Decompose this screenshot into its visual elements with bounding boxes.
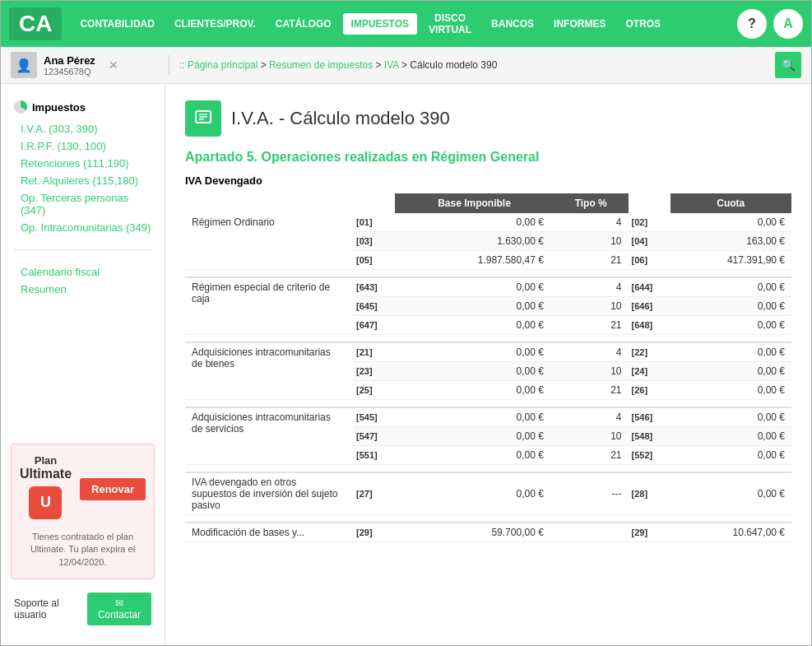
sidebar-iva[interactable]: I.V.A. (303, 390) [14, 120, 151, 137]
cuota-code: [546] [629, 407, 670, 427]
user-text: Ana Pérez 12345678Q [44, 54, 95, 77]
field-code: [29] [353, 523, 395, 542]
plan-description: Tienes contratado el plan Ultimate. Tu p… [21, 531, 144, 569]
page-icon [185, 100, 221, 137]
plan-box: Plan Ultimate U Renovar Tienes contratad… [11, 444, 155, 579]
base-amount: 1.630,00 € [395, 232, 554, 251]
sidebar-section-title: Impuestos [32, 101, 86, 114]
sidebar-irpf[interactable]: I.R.P.F. (130, 100) [14, 137, 151, 155]
nav-disco-virtual[interactable]: DISCO VIRTUAL [420, 7, 480, 41]
base-amount: 0,00 € [395, 316, 554, 335]
cuota-amount: 0,00 € [670, 427, 791, 446]
cuota-amount: 0,00 € [670, 342, 791, 362]
cuota-code: [552] [629, 446, 670, 465]
iva-table: Base Imponible Tipo % Cuota Régimen Ordi… [185, 193, 791, 542]
cuota-code: [24] [629, 362, 670, 381]
support-label: Soporte al usuario [14, 597, 81, 620]
header-tipo: Tipo % [554, 193, 629, 213]
field-code: [23] [353, 362, 395, 381]
cuota-code: [26] [629, 381, 670, 400]
user-name: Ana Pérez [44, 54, 95, 67]
tipo-value: 21 [554, 316, 629, 335]
cuota-code: [548] [629, 427, 670, 446]
user-id: 12345678Q [44, 67, 95, 77]
help-button[interactable]: ? [737, 9, 767, 39]
breadcrumb: :: Página principal > Resumen de impuest… [179, 59, 768, 71]
cuota-amount: 10.647,00 € [670, 523, 791, 542]
cuota-code: [28] [629, 472, 670, 515]
base-amount: 0,00 € [395, 297, 554, 316]
field-code: [01] [353, 213, 395, 232]
row-label: Adquisiciones intracomunitarias de biene… [185, 342, 353, 400]
nav-catalogo[interactable]: CATÁLOGO [267, 13, 340, 35]
cuota-code: [648] [629, 316, 670, 335]
contact-button[interactable]: ✉ Contactar [87, 593, 151, 625]
content-area: I.V.A. - Cálculo modelo 390 Apartado 5. … [165, 84, 811, 645]
field-code: [05] [353, 251, 395, 270]
field-code: [03] [353, 232, 395, 251]
nav-contabilidad[interactable]: CONTABILIDAD [72, 13, 162, 35]
breadcrumb-iva[interactable]: IVA [384, 59, 399, 71]
nav-clientes[interactable]: CLIENTES/PROV. [166, 13, 264, 35]
cuota-amount: 0,00 € [670, 446, 791, 465]
plan-logo: U [29, 486, 62, 519]
field-code: [551] [353, 446, 395, 465]
sidebar-resumen[interactable]: Resumen [14, 281, 151, 298]
sidebar-icon [14, 100, 27, 114]
field-code: [25] [353, 381, 395, 400]
subsection-title: IVA Devengado [185, 174, 791, 187]
cuota-amount: 0,00 € [670, 381, 791, 400]
plan-title: Plan [20, 454, 72, 467]
tipo-value: 10 [554, 297, 629, 316]
nav-bancos[interactable]: BANCOS [483, 13, 542, 35]
cuota-code: [02] [629, 213, 670, 232]
tipo-value: 4 [554, 213, 629, 232]
base-amount: 0,00 € [395, 342, 554, 362]
app-logo: CA [9, 7, 62, 40]
iva-icon [193, 109, 213, 128]
sidebar-calendario[interactable]: Calendario fiscal [14, 263, 151, 281]
field-code: [545] [353, 407, 395, 427]
tipo-value: 21 [554, 251, 629, 270]
sidebar-op-terceras[interactable]: Op. Terceras personas (347) [14, 189, 151, 219]
cuota-code: [06] [629, 251, 670, 270]
user-tools-icon[interactable]: ✕ [109, 58, 118, 72]
field-code: [647] [353, 316, 395, 335]
breadcrumb-home[interactable]: :: Página principal [179, 59, 258, 71]
renew-button[interactable]: Renovar [80, 478, 146, 500]
cuota-amount: 163,00 € [670, 232, 791, 251]
user-avatar: 👤 [11, 52, 37, 78]
tipo-value: --- [554, 472, 629, 515]
cuota-amount: 0,00 € [670, 472, 791, 515]
base-amount: 0,00 € [395, 381, 554, 400]
base-amount: 1.987.580,47 € [395, 251, 554, 270]
field-code: [21] [353, 342, 395, 362]
field-code: [643] [353, 277, 395, 297]
main-layout: Impuestos I.V.A. (303, 390) I.R.P.F. (13… [1, 84, 811, 645]
cuota-amount: 0,00 € [670, 407, 791, 427]
nav-impuestos[interactable]: IMPUESTOS [343, 13, 417, 35]
tipo-value: 4 [554, 277, 629, 297]
plan-row: Plan Ultimate U Renovar [21, 454, 144, 524]
cuota-amount: 0,00 € [670, 362, 791, 381]
breadcrumb-resumen[interactable]: Resumen de impuestos [269, 59, 373, 71]
cuota-amount: 0,00 € [670, 316, 791, 335]
breadcrumb-divider [169, 55, 169, 75]
sidebar: Impuestos I.V.A. (303, 390) I.R.P.F. (13… [1, 84, 165, 645]
cuota-code: [04] [629, 232, 670, 251]
tipo-value: 10 [554, 427, 629, 446]
plan-text-group: Plan Ultimate U [20, 454, 72, 524]
nav-otros[interactable]: OTROS [617, 13, 669, 35]
search-button[interactable]: 🔍 [775, 52, 801, 78]
sidebar-ret-alquileres[interactable]: Ret. Alquileres (115,180) [14, 172, 151, 189]
sidebar-retenciones[interactable]: Retenciones (111,190) [14, 155, 151, 172]
cuota-code: [22] [629, 342, 670, 362]
nav-informes[interactable]: INFORMES [545, 13, 614, 35]
sidebar-op-intra[interactable]: Op. Intracomunitarias (349) [14, 219, 151, 236]
support-section: Soporte al usuario ✉ Contactar [1, 586, 165, 635]
user-button[interactable]: A [773, 9, 803, 39]
breadcrumb-bar: 👤 Ana Pérez 12345678Q ✕ :: Página princi… [1, 47, 811, 84]
sidebar-impuestos-section: Impuestos I.V.A. (303, 390) I.R.P.F. (13… [1, 94, 165, 243]
row-label: Adquisiciones intracomunitarias de servi… [185, 407, 353, 465]
header-cuota: Cuota [670, 193, 791, 213]
